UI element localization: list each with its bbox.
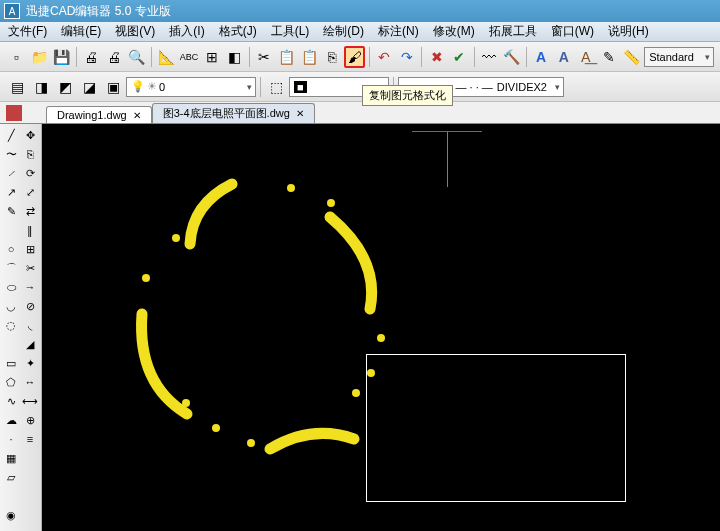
save-icon[interactable]: 💾 bbox=[51, 46, 72, 68]
rotate-icon[interactable]: ⟳ bbox=[21, 164, 39, 182]
text-style-combo[interactable]: Standard bbox=[644, 47, 714, 67]
hatch-tool-icon[interactable]: ▦ bbox=[2, 449, 20, 467]
check-icon[interactable]: ✔ bbox=[449, 46, 470, 68]
ellipse-arc-icon[interactable]: ◡ bbox=[2, 297, 20, 315]
tab-group-icon[interactable] bbox=[6, 105, 22, 121]
revcloud-icon[interactable]: ☁ bbox=[2, 411, 20, 429]
line-tool-icon[interactable]: ╱ bbox=[2, 126, 20, 144]
layers-icon[interactable]: ▤ bbox=[6, 76, 28, 98]
menu-view[interactable]: 视图(V) bbox=[115, 23, 155, 40]
scale-icon[interactable]: ⤢ bbox=[21, 183, 39, 201]
copy-icon[interactable]: 📋 bbox=[276, 46, 297, 68]
yellow-dot bbox=[172, 234, 180, 242]
menu-edit[interactable]: 编辑(E) bbox=[61, 23, 101, 40]
break-icon[interactable]: ⊘ bbox=[21, 297, 39, 315]
trim-icon[interactable]: ✂ bbox=[21, 259, 39, 277]
text-a3-icon[interactable]: A͟ bbox=[576, 46, 597, 68]
print-icon[interactable]: 🖨 bbox=[81, 46, 102, 68]
offset-icon[interactable]: ‖ bbox=[21, 221, 39, 239]
mirror-icon[interactable]: ⇄ bbox=[21, 202, 39, 220]
xline-tool-icon[interactable]: ⟋ bbox=[2, 164, 20, 182]
menu-ext[interactable]: 拓展工具 bbox=[489, 23, 537, 40]
arc-tool-icon[interactable]: ⌒ bbox=[2, 259, 20, 277]
ray-tool-icon[interactable]: ↗ bbox=[2, 183, 20, 201]
join-icon[interactable]: ⊕ bbox=[21, 411, 39, 429]
paste-icon[interactable]: 📋 bbox=[299, 46, 320, 68]
region-tool-icon[interactable]: ▱ bbox=[2, 468, 20, 486]
blank2-icon[interactable] bbox=[2, 335, 20, 353]
action3-icon[interactable]: ⊞ bbox=[201, 46, 222, 68]
menu-format[interactable]: 格式(J) bbox=[219, 23, 257, 40]
yellow-dot bbox=[352, 389, 360, 397]
match-properties-icon[interactable]: 🖌 bbox=[344, 46, 365, 68]
ellipse-tool-icon[interactable]: ⬭ bbox=[2, 278, 20, 296]
measure-icon[interactable]: 📏 bbox=[621, 46, 642, 68]
layer-tool1-icon[interactable]: ◨ bbox=[30, 76, 52, 98]
yellow-dot bbox=[182, 399, 190, 407]
tool-icon[interactable]: 〰 bbox=[479, 46, 500, 68]
menu-draw[interactable]: 绘制(D) bbox=[323, 23, 364, 40]
menu-insert[interactable]: 插入(I) bbox=[169, 23, 204, 40]
close-tab-icon[interactable]: ✕ bbox=[133, 110, 141, 121]
fillet-icon[interactable]: ◟ bbox=[21, 316, 39, 334]
hammer-icon[interactable]: 🔨 bbox=[501, 46, 522, 68]
text-tool-icon[interactable]: ✎ bbox=[599, 46, 620, 68]
print2-icon[interactable]: 🖨 bbox=[104, 46, 125, 68]
array-icon[interactable]: ⊞ bbox=[21, 240, 39, 258]
extend-icon[interactable]: → bbox=[21, 278, 39, 296]
new-doc-icon[interactable]: ▫ bbox=[6, 46, 27, 68]
spline-tool-icon[interactable]: ∿ bbox=[2, 392, 20, 410]
text-a2-icon[interactable]: A bbox=[553, 46, 574, 68]
menu-bar: 文件(F) 编辑(E) 视图(V) 插入(I) 格式(J) 工具(L) 绘制(D… bbox=[0, 22, 720, 42]
redo-icon[interactable]: ↷ bbox=[397, 46, 418, 68]
menu-file[interactable]: 文件(F) bbox=[8, 23, 47, 40]
layer-tool2-icon[interactable]: ◩ bbox=[54, 76, 76, 98]
cut-icon[interactable]: ✂ bbox=[254, 46, 275, 68]
clone-icon[interactable]: ⎘ bbox=[322, 46, 343, 68]
close-tab-icon[interactable]: ✕ bbox=[296, 108, 304, 119]
menu-window[interactable]: 窗口(W) bbox=[551, 23, 594, 40]
pencil-tool-icon[interactable]: ✎ bbox=[2, 202, 20, 220]
tab-drawing2[interactable]: 图3-4底层电照平面图.dwg ✕ bbox=[152, 103, 315, 123]
layer-combo[interactable]: 💡 ☀ 0 bbox=[126, 77, 256, 97]
layer-tool4-icon[interactable]: ▣ bbox=[102, 76, 124, 98]
menu-tools[interactable]: 工具(L) bbox=[271, 23, 310, 40]
delete-icon[interactable]: ✖ bbox=[426, 46, 447, 68]
circle2-icon[interactable]: ◉ bbox=[2, 506, 20, 524]
props-tool-icon[interactable]: ⬚ bbox=[265, 76, 287, 98]
polygon-tool-icon[interactable]: ⬠ bbox=[2, 373, 20, 391]
open-icon[interactable]: 📁 bbox=[29, 46, 50, 68]
copy2-icon[interactable]: ⎘ bbox=[21, 145, 39, 163]
circle-tool-icon[interactable]: ○ bbox=[2, 240, 20, 258]
align-icon[interactable]: ≡ bbox=[21, 430, 39, 448]
blank3-icon[interactable] bbox=[2, 487, 20, 505]
point-tool-icon[interactable]: · bbox=[2, 430, 20, 448]
drawing-canvas[interactable] bbox=[42, 124, 720, 531]
text-a-icon[interactable]: A bbox=[531, 46, 552, 68]
polyline-tool-icon[interactable]: 〜 bbox=[2, 145, 20, 163]
tab-label: Drawing1.dwg bbox=[57, 109, 127, 121]
tab-drawing1[interactable]: Drawing1.dwg ✕ bbox=[46, 106, 152, 123]
yellow-dot bbox=[287, 184, 295, 192]
donut-icon[interactable]: ◌ bbox=[2, 316, 20, 334]
action4-icon[interactable]: ◧ bbox=[224, 46, 245, 68]
menu-help[interactable]: 说明(H) bbox=[608, 23, 649, 40]
crosshair-y-axis bbox=[447, 132, 448, 187]
action1-icon[interactable]: 📐 bbox=[156, 46, 177, 68]
lengthen-icon[interactable]: ⟷ bbox=[21, 392, 39, 410]
blank1-icon[interactable] bbox=[2, 221, 20, 239]
preview-icon[interactable]: 🔍 bbox=[126, 46, 147, 68]
explode-icon[interactable]: ✦ bbox=[21, 354, 39, 372]
separator bbox=[369, 47, 370, 67]
stretch-icon[interactable]: ↔ bbox=[21, 373, 39, 391]
undo-icon[interactable]: ↶ bbox=[374, 46, 395, 68]
abc-icon[interactable]: ABC bbox=[179, 46, 200, 68]
rect-tool-icon[interactable]: ▭ bbox=[2, 354, 20, 372]
menu-dim[interactable]: 标注(N) bbox=[378, 23, 419, 40]
app-icon: A bbox=[4, 3, 20, 19]
layer-tool3-icon[interactable]: ◪ bbox=[78, 76, 100, 98]
chamfer-icon[interactable]: ◢ bbox=[21, 335, 39, 353]
menu-modify[interactable]: 修改(M) bbox=[433, 23, 475, 40]
draw-toolbar: ╱ 〜 ⟋ ↗ ✎ ○ ⌒ ⬭ ◡ ◌ ▭ ⬠ ∿ ☁ · ▦ ▱ ◉ ✥ ⎘ … bbox=[0, 124, 42, 531]
move-tool-icon[interactable]: ✥ bbox=[21, 126, 39, 144]
